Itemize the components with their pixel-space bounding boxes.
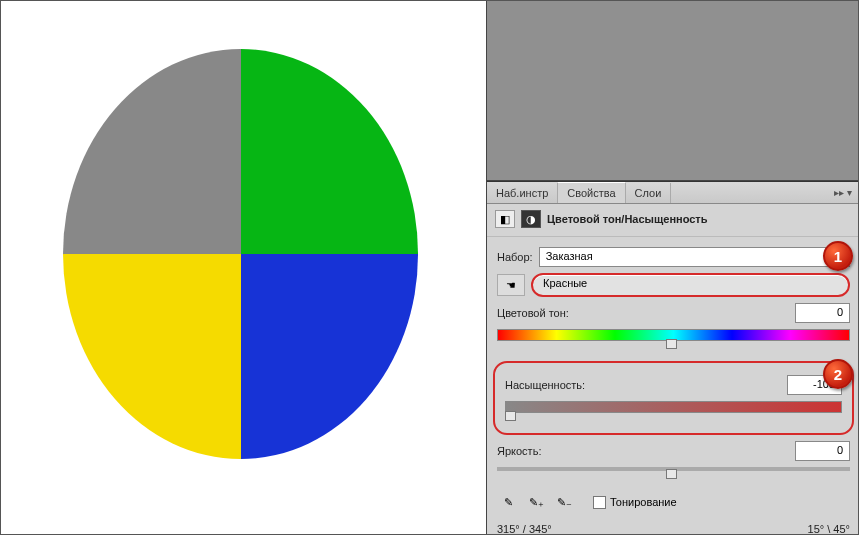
tab-layers[interactable]: Слои: [626, 183, 672, 203]
callout-2: 2: [823, 359, 853, 389]
eyedropper-add-icon[interactable]: ✎₊: [525, 491, 547, 513]
preset-label: Набор:: [497, 251, 533, 263]
targeted-adjust-icon[interactable]: ☚: [497, 274, 525, 296]
range-left: 315° / 345°: [497, 523, 552, 535]
eyedropper-icon[interactable]: ✎: [497, 491, 519, 513]
tab-properties[interactable]: Свойства: [558, 182, 625, 203]
lightness-slider[interactable]: [497, 467, 850, 481]
panel-menu-icon[interactable]: ▸▸ ▾: [826, 183, 859, 202]
color-range-dropdown[interactable]: Красные: [531, 273, 850, 297]
range-readout: 315° / 345° 15° \ 45°: [497, 523, 850, 535]
saturation-label: Насыщенность:: [505, 379, 585, 391]
document-background: [487, 1, 859, 181]
quarter-green: [241, 49, 419, 254]
hue-label: Цветовой тон:: [497, 307, 569, 319]
color-circle: [63, 49, 418, 459]
tab-tools[interactable]: Наб.инстр: [487, 183, 558, 203]
quarter-gray: [63, 49, 241, 254]
lightness-input[interactable]: 0: [795, 441, 850, 461]
adjustment-icon[interactable]: ◧: [495, 210, 515, 228]
panel-header: ◧ ◑ Цветовой тон/Насыщенность: [487, 204, 859, 237]
callout-1: 1: [823, 241, 853, 271]
eyedropper-row: ✎ ✎₊ ✎₋ Тонирование: [497, 491, 850, 513]
colorize-option[interactable]: Тонирование: [593, 496, 677, 509]
colorize-label: Тонирование: [610, 496, 677, 508]
panel-title: Цветовой тон/Насыщенность: [547, 213, 708, 225]
quarter-blue: [241, 254, 419, 459]
saturation-slider[interactable]: [505, 401, 842, 423]
panel-body: Набор: Заказная ☚ Красные Цветовой тон: …: [487, 237, 859, 535]
hue-input[interactable]: 0: [795, 303, 850, 323]
mask-icon[interactable]: ◑: [521, 210, 541, 228]
panel-tabs: Наб.инстр Свойства Слои ▸▸ ▾: [487, 182, 859, 204]
canvas-area: [1, 1, 486, 534]
hue-slider[interactable]: [497, 329, 850, 351]
preset-dropdown[interactable]: Заказная: [539, 247, 850, 267]
quarter-yellow: [63, 254, 241, 459]
lightness-label: Яркость:: [497, 445, 541, 457]
eyedropper-subtract-icon[interactable]: ✎₋: [553, 491, 575, 513]
properties-panel: Наб.инстр Свойства Слои ▸▸ ▾ ◧ ◑ Цветово…: [487, 181, 859, 535]
right-column: Наб.инстр Свойства Слои ▸▸ ▾ ◧ ◑ Цветово…: [486, 1, 859, 534]
saturation-group: Насыщенность: -100: [493, 361, 854, 435]
range-right: 15° \ 45°: [808, 523, 850, 535]
colorize-checkbox[interactable]: [593, 496, 606, 509]
